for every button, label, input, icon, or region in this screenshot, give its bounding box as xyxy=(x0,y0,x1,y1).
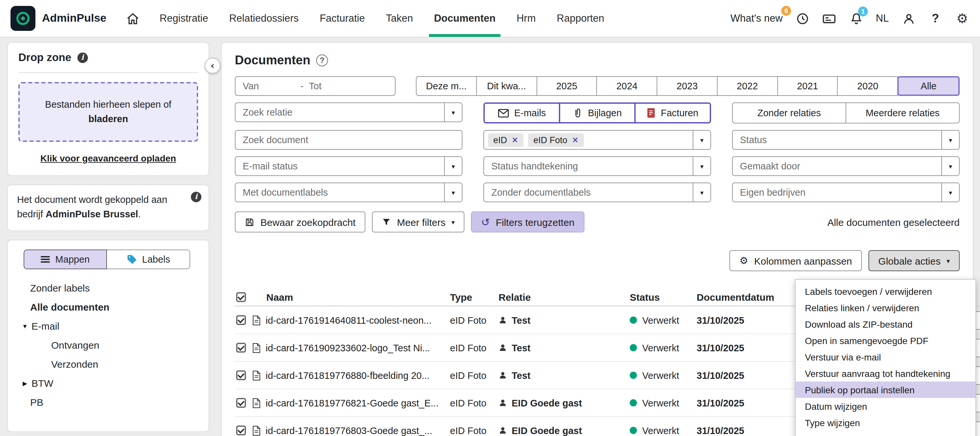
info-icon[interactable]: i xyxy=(77,52,88,63)
relation-name[interactable]: Test xyxy=(512,342,531,353)
more-filters-button[interactable]: Meer filters ▾ xyxy=(372,211,465,232)
toggle-emails[interactable]: E-mails xyxy=(484,102,560,123)
chevron-down-icon[interactable]: ▾ xyxy=(693,131,710,149)
column-header-type[interactable]: Type xyxy=(450,291,498,302)
tree-item-verzonden[interactable]: Verzonden xyxy=(17,355,199,374)
zoek-relatie-select[interactable]: Zoek relatie ▾ xyxy=(235,102,463,122)
relation-name[interactable]: Test xyxy=(512,315,531,325)
period-deze-maand[interactable]: Deze m... xyxy=(416,76,477,96)
period-2020[interactable]: 2020 xyxy=(837,76,898,96)
tree-item-pb[interactable]: PB xyxy=(17,393,199,412)
status-handtekening-select[interactable]: Status handtekening ▾ xyxy=(484,156,711,176)
nav-facturatie[interactable]: Facturatie xyxy=(320,0,365,37)
date-range-input[interactable]: Van - Tot xyxy=(235,76,396,96)
help-circle-icon[interactable]: ? xyxy=(316,54,328,66)
relation-name[interactable]: EID Goede gast xyxy=(512,398,582,408)
sidebar-collapse-button[interactable]: ‹ xyxy=(205,58,220,73)
email-status-select[interactable]: E-mail status ▾ xyxy=(235,156,463,176)
menu-item-download-zip[interactable]: Download als ZIP-bestand xyxy=(795,316,975,332)
column-header-status[interactable]: Status xyxy=(630,291,697,302)
relation-name[interactable]: Test xyxy=(512,370,531,380)
remove-chip-icon[interactable]: × xyxy=(572,135,579,144)
period-alle[interactable]: Alle xyxy=(898,76,960,96)
menu-item-relaties-linken[interactable]: Relaties linken / verwijderen xyxy=(795,299,975,316)
tree-item-zonder-labels[interactable]: Zonder labels xyxy=(17,279,199,298)
browse-link[interactable]: bladeren xyxy=(89,114,128,125)
toggle-facturen[interactable]: Facturen xyxy=(634,102,711,123)
nav-documenten[interactable]: Documenten xyxy=(434,0,496,37)
chevron-down-icon[interactable]: ▾ xyxy=(941,183,959,201)
relation-name[interactable]: EID Goede gast xyxy=(512,425,582,436)
column-header-relatie[interactable]: Relatie xyxy=(498,291,630,302)
card-icon[interactable] xyxy=(822,11,836,26)
row-checkbox[interactable] xyxy=(236,398,246,408)
bell-icon[interactable]: 1 xyxy=(849,11,863,26)
nav-rapporten[interactable]: Rapporten xyxy=(557,0,605,37)
status-select[interactable]: Status ▾ xyxy=(732,130,960,150)
menu-item-type-wijzigen[interactable]: Type wijzigen xyxy=(795,414,975,431)
row-checkbox[interactable] xyxy=(236,425,246,435)
menu-item-labels-toevoegen[interactable]: Labels toevoegen / verwijderen xyxy=(795,283,975,299)
reset-filters-button[interactable]: ↺ Filters terugzetten xyxy=(471,211,584,232)
chevron-down-icon[interactable]: ▾ xyxy=(444,157,462,175)
chevron-down-icon[interactable]: ▾ xyxy=(444,183,462,201)
chevron-down-icon[interactable]: ▾ xyxy=(444,103,462,121)
period-2023[interactable]: 2023 xyxy=(657,76,718,96)
menu-item-open-pdf[interactable]: Open in samengevoegde PDF xyxy=(795,332,975,349)
nav-registratie[interactable]: Registratie xyxy=(160,0,208,37)
info-icon[interactable]: i xyxy=(191,192,201,202)
chevron-down-icon[interactable]: ▾ xyxy=(941,157,959,175)
save-search-button[interactable]: Bewaar zoekopdracht xyxy=(235,211,365,232)
file-dropzone[interactable]: Bestanden hierheen slepen of bladeren xyxy=(18,82,198,142)
menu-item-verstuur-handtekening[interactable]: Verstuur aanvraag tot handtekening xyxy=(795,365,975,382)
tree-item-email[interactable]: ▼ E-mail xyxy=(17,317,199,336)
document-name[interactable]: id-card-1761914640811-coolest-neon... xyxy=(266,315,432,325)
nav-relatiedossiers[interactable]: Relatiedossiers xyxy=(229,0,299,37)
tab-labels[interactable]: Labels xyxy=(107,250,190,270)
history-clock-icon[interactable] xyxy=(795,11,810,26)
select-all-checkbox[interactable] xyxy=(236,292,246,302)
tree-collapsed-icon[interactable]: ▶ xyxy=(20,380,30,387)
menu-item-status-handtekening-wijzigen[interactable]: Status handtekening wijzigen xyxy=(795,431,975,436)
zonder-documentlabels-select[interactable]: Zonder documentlabels ▾ xyxy=(484,182,711,202)
chevron-down-icon[interactable]: ▾ xyxy=(693,157,710,175)
zoek-document-input[interactable]: Zoek document xyxy=(235,130,463,150)
document-name[interactable]: id-card-1761909233602-logo_Test Ni... xyxy=(266,342,430,353)
home-icon[interactable] xyxy=(126,11,140,25)
row-checkbox[interactable] xyxy=(236,371,246,380)
tree-item-btw[interactable]: ▶ BTW xyxy=(17,374,199,393)
period-dit-kwartaal[interactable]: Dit kwa... xyxy=(476,76,537,96)
met-documentlabels-select[interactable]: Met documentlabels ▾ xyxy=(235,182,463,202)
toggle-bijlagen[interactable]: Bijlagen xyxy=(559,102,636,123)
tree-item-alle-documenten[interactable]: Alle documenten xyxy=(17,298,199,317)
language-selector[interactable]: NL xyxy=(876,13,889,24)
nav-hrm[interactable]: Hrm xyxy=(517,0,536,37)
document-name[interactable]: id-card-1761819776803-Goede gast_... xyxy=(266,425,432,436)
document-type-select[interactable]: eID × eID Foto × ▾ xyxy=(484,130,711,150)
whats-new-link[interactable]: What's new 6 xyxy=(730,13,783,24)
nav-taken[interactable]: Taken xyxy=(386,0,413,37)
menu-item-verstuur-email[interactable]: Verstuur via e-mail xyxy=(795,349,975,365)
menu-item-datum-wijzigen[interactable]: Datum wijzigen xyxy=(795,398,975,414)
eigen-bedrijven-select[interactable]: Eigen bedrijven ▾ xyxy=(732,182,960,202)
row-checkbox[interactable] xyxy=(236,315,246,325)
chevron-down-icon[interactable]: ▾ xyxy=(941,131,959,149)
column-header-documentdatum[interactable]: Documentdatum xyxy=(697,291,783,302)
help-icon[interactable]: ? xyxy=(928,11,943,26)
customize-columns-button[interactable]: ⚙ Kolommen aanpassen xyxy=(729,250,862,271)
gear-icon[interactable]: ⚙ xyxy=(955,11,969,26)
period-2025[interactable]: 2025 xyxy=(536,76,597,96)
chip-eid[interactable]: eID × xyxy=(488,133,523,147)
gemaakt-door-select[interactable]: Gemaakt door ▾ xyxy=(732,156,960,176)
row-checkbox[interactable] xyxy=(236,343,246,353)
adminpulse-logo[interactable] xyxy=(11,6,35,31)
user-icon[interactable] xyxy=(901,11,916,26)
chip-eid-foto[interactable]: eID Foto × xyxy=(528,133,584,147)
period-2022[interactable]: 2022 xyxy=(717,76,778,96)
chevron-down-icon[interactable]: ▾ xyxy=(693,183,710,201)
tree-item-ontvangen[interactable]: Ontvangen xyxy=(17,336,199,355)
tree-expanded-icon[interactable]: ▼ xyxy=(20,323,30,330)
tab-mappen[interactable]: Mappen xyxy=(24,250,107,270)
global-actions-button[interactable]: Globale acties ▾ xyxy=(869,250,960,271)
meerdere-relaties-button[interactable]: Meerdere relaties xyxy=(846,102,960,123)
